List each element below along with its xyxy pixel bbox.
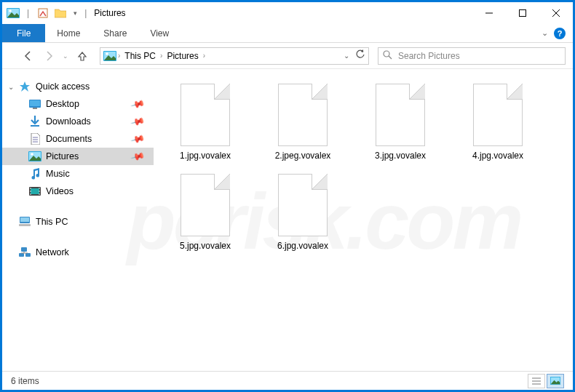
window-controls (472, 2, 573, 24)
svg-rect-35 (19, 253, 24, 257)
svg-rect-14 (30, 100, 40, 106)
svg-rect-34 (21, 247, 27, 252)
sidebar-item-label: Desktop (46, 99, 79, 109)
chevron-right-icon[interactable]: › (116, 52, 122, 60)
location-icon (103, 49, 116, 63)
file-name: 6.jpg.vovalex (277, 241, 328, 251)
svg-point-10 (106, 52, 108, 55)
chevron-right-icon[interactable]: › (159, 52, 164, 60)
new-folder-icon[interactable] (52, 5, 68, 21)
file-item[interactable]: 2.jpeg.vovalex (263, 84, 343, 161)
help-icon[interactable]: ? (554, 28, 566, 39)
svg-rect-3 (39, 9, 47, 17)
sidebar-item-documents[interactable]: Documents 📌 (2, 130, 154, 148)
file-item[interactable]: 6.jpg.vovalex (263, 174, 343, 251)
sidebar-item-music[interactable]: Music (2, 165, 154, 183)
quick-access-toolbar: | ▾ (5, 5, 80, 21)
sidebar-network[interactable]: Network (2, 244, 154, 261)
tab-share[interactable]: Share (92, 24, 138, 42)
star-icon (18, 81, 31, 92)
up-button[interactable] (74, 47, 91, 65)
details-view-button[interactable] (528, 374, 545, 388)
content-area: ⌄ Quick access Desktop 📌 Downloads 📌 Doc… (2, 69, 573, 371)
svg-point-26 (30, 191, 31, 192)
file-item[interactable]: 3.jpg.vovalex (360, 84, 440, 161)
music-icon (28, 168, 41, 180)
properties-icon[interactable] (35, 5, 51, 21)
back-button[interactable] (20, 47, 37, 65)
ribbon: File Home Share View ⌄ ? (2, 24, 573, 43)
svg-rect-24 (31, 188, 39, 194)
search-icon (383, 50, 392, 62)
sidebar-label: Quick access (36, 81, 90, 92)
sidebar-item-pictures[interactable]: Pictures 📌 (2, 148, 154, 165)
svg-point-11 (384, 51, 389, 57)
file-name: 4.jpg.vovalex (472, 151, 523, 161)
file-item[interactable]: 4.jpg.vovalex (458, 84, 538, 161)
sidebar-item-label: Pictures (46, 151, 79, 161)
breadcrumb-pictures[interactable]: Pictures (164, 51, 201, 61)
title-separator: | (84, 8, 87, 18)
file-item[interactable]: 5.jpg.vovalex (165, 174, 245, 251)
explorer-window: | ▾ | Pictures File Home Share View ⌄ ? (2, 2, 573, 390)
sidebar-item-videos[interactable]: Videos (2, 183, 154, 200)
search-input[interactable]: Search Pictures (378, 47, 566, 65)
file-icon (181, 174, 230, 236)
address-dropdown-icon[interactable]: ⌄ (344, 52, 349, 60)
network-icon (18, 247, 31, 258)
sidebar-item-label: Videos (46, 186, 74, 196)
file-icon (278, 174, 328, 236)
sidebar-item-desktop[interactable]: Desktop 📌 (2, 95, 154, 113)
file-name: 2.jpeg.vovalex (275, 151, 331, 161)
tab-view[interactable]: View (138, 24, 181, 42)
sidebar-item-label: Music (46, 169, 70, 179)
sidebar-label: Network (36, 247, 69, 257)
svg-point-2 (9, 9, 12, 12)
sidebar-this-pc[interactable]: This PC (2, 213, 154, 231)
svg-line-12 (389, 56, 392, 59)
file-name: 1.jpg.vovalex (180, 151, 231, 161)
pc-icon (18, 216, 31, 228)
svg-point-29 (39, 191, 40, 192)
file-name: 3.jpg.vovalex (375, 151, 426, 161)
file-tab[interactable]: File (2, 24, 45, 42)
tab-home[interactable]: Home (45, 24, 92, 42)
sidebar-quick-access[interactable]: ⌄ Quick access (2, 78, 154, 95)
window-title: Pictures (94, 8, 125, 18)
file-icon (278, 84, 328, 146)
breadcrumb-thispc[interactable]: This PC (122, 51, 159, 61)
qat-dropdown-icon[interactable]: ▾ (70, 5, 80, 21)
forward-button[interactable] (40, 47, 58, 65)
documents-icon (28, 133, 41, 145)
navigation-pane: ⌄ Quick access Desktop 📌 Downloads 📌 Doc… (2, 69, 154, 371)
file-name: 5.jpg.vovalex (180, 241, 231, 251)
address-bar[interactable]: › This PC › Pictures › ⌄ (100, 47, 369, 65)
sidebar-item-downloads[interactable]: Downloads 📌 (2, 113, 154, 130)
file-list[interactable]: pcrisk.com 1.jpg.vovalex 2.jpeg.vovalex … (154, 69, 573, 371)
search-placeholder: Search Pictures (398, 51, 460, 61)
file-icon (473, 84, 523, 146)
pin-icon: 📌 (130, 149, 145, 164)
close-button[interactable] (539, 2, 573, 24)
svg-rect-15 (33, 108, 37, 109)
titlebar: | ▾ | Pictures (2, 2, 573, 24)
svg-point-28 (39, 188, 40, 189)
file-icon (181, 84, 230, 146)
refresh-icon[interactable] (355, 49, 365, 63)
chevron-down-icon[interactable]: ⌄ (8, 83, 14, 91)
videos-icon (28, 185, 41, 197)
file-icon (376, 84, 425, 146)
minimize-button[interactable] (472, 2, 506, 24)
statusbar: 6 items (2, 371, 573, 390)
ribbon-expand-icon[interactable]: ⌄ (542, 28, 548, 38)
pin-icon: 📌 (130, 97, 145, 112)
recent-dropdown-icon[interactable]: ⌄ (60, 47, 71, 65)
pin-icon: 📌 (130, 114, 145, 129)
maximize-button[interactable] (506, 2, 539, 24)
chevron-right-icon[interactable]: › (202, 52, 207, 60)
icons-view-button[interactable] (547, 374, 564, 388)
qat-separator: | (27, 8, 29, 18)
sidebar-item-label: Documents (46, 134, 92, 144)
item-count: 6 items (11, 376, 39, 386)
file-item[interactable]: 1.jpg.vovalex (165, 84, 245, 161)
